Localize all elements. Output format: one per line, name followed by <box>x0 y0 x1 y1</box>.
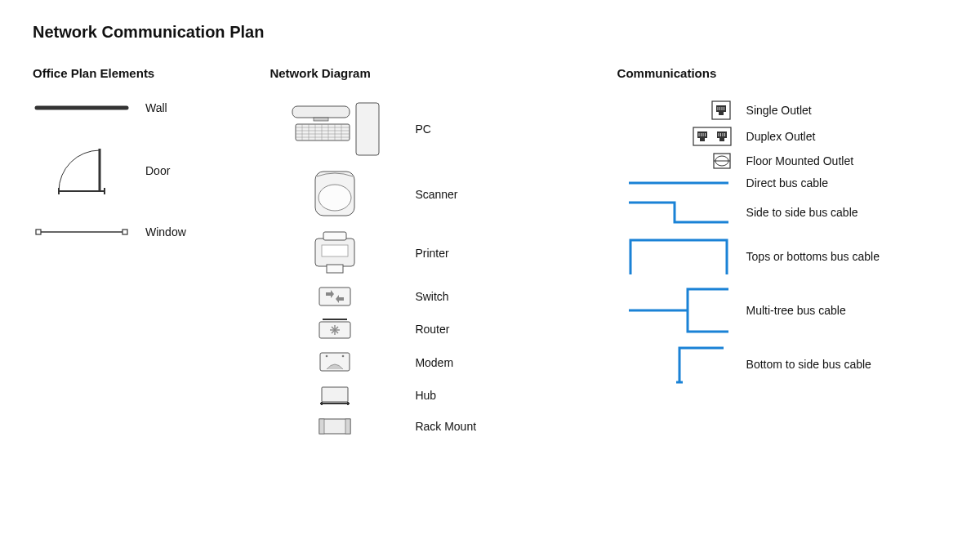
list-item: Door <box>33 144 237 198</box>
list-item: Floor Mounted Outlet <box>617 152 947 170</box>
list-item: Rack Mount <box>270 417 584 436</box>
list-item: Side to side bus cable <box>617 196 947 229</box>
svg-point-37 <box>326 355 328 358</box>
list-item: Single Outlet <box>617 100 947 121</box>
office-title: Office Plan Elements <box>33 66 237 80</box>
item-label: Hub <box>415 389 436 402</box>
item-label: Printer <box>415 247 448 260</box>
item-label: Single Outlet <box>746 104 812 117</box>
hub-icon <box>270 384 400 407</box>
rack-mount-icon <box>270 417 400 436</box>
svg-rect-26 <box>323 232 346 240</box>
list-item: Modem <box>270 351 584 374</box>
svg-rect-6 <box>36 230 41 234</box>
item-label: Rack Mount <box>415 420 476 433</box>
wall-icon <box>33 100 131 116</box>
item-label: Window <box>145 225 186 239</box>
office-column: Office Plan Elements Wall <box>33 66 237 266</box>
floor-outlet-icon <box>617 152 732 170</box>
item-label: Bottom to side bus cable <box>746 358 871 371</box>
bottom-side-cable-icon <box>617 341 732 387</box>
item-label: Duplex Outlet <box>746 130 816 143</box>
list-item: Switch <box>270 286 584 307</box>
modem-icon <box>270 351 400 374</box>
side-cable-icon <box>617 196 732 229</box>
item-label: Wall <box>145 101 167 114</box>
scanner-icon <box>270 168 400 221</box>
duplex-outlet-icon <box>617 126 732 147</box>
item-label: Direct bus cable <box>746 176 828 189</box>
single-outlet-icon <box>617 100 732 121</box>
list-item: Duplex Outlet <box>617 126 947 147</box>
list-item: Direct bus cable <box>617 175 947 191</box>
item-label: Tops or bottoms bus cable <box>746 250 880 263</box>
item-label: PC <box>415 123 430 136</box>
comm-column: Communications Single Outlet <box>617 66 947 392</box>
svg-rect-44 <box>319 419 324 434</box>
svg-point-24 <box>318 185 351 211</box>
item-label: Modem <box>415 356 453 369</box>
svg-point-38 <box>342 355 345 358</box>
item-label: Switch <box>415 290 448 303</box>
printer-icon <box>270 230 400 276</box>
list-item: Bottom to side bus cable <box>617 341 947 387</box>
list-item: Window <box>33 225 237 239</box>
switch-icon <box>270 286 400 307</box>
door-icon <box>33 144 131 198</box>
item-label: Multi-tree bus cable <box>746 304 846 317</box>
router-icon <box>270 317 400 341</box>
list-item: Router <box>270 317 584 341</box>
list-item: Hub <box>270 384 584 407</box>
network-column: Network Diagram <box>270 66 584 446</box>
page-title: Network Communication Plan <box>33 23 947 42</box>
svg-rect-28 <box>322 245 348 256</box>
tops-bottoms-cable-icon <box>617 234 732 279</box>
item-label: Floor Mounted Outlet <box>746 154 854 167</box>
list-item: Scanner <box>270 168 584 221</box>
svg-rect-27 <box>327 265 343 273</box>
columns: Office Plan Elements Wall <box>33 66 947 446</box>
window-icon <box>33 226 131 238</box>
list-item: PC <box>270 100 584 158</box>
list-item: Multi-tree bus cable <box>617 284 947 337</box>
svg-rect-7 <box>122 230 127 234</box>
comm-title: Communications <box>617 66 947 80</box>
direct-cable-icon <box>617 175 732 191</box>
item-label: Router <box>415 323 449 336</box>
svg-rect-10 <box>314 118 328 121</box>
item-label: Scanner <box>415 188 457 201</box>
list-item: Wall <box>33 100 237 116</box>
svg-rect-29 <box>319 288 350 305</box>
svg-rect-9 <box>292 106 350 118</box>
network-title: Network Diagram <box>270 66 584 80</box>
item-label: Door <box>145 164 170 177</box>
page: Network Communication Plan Office Plan E… <box>0 0 980 469</box>
multi-tree-cable-icon <box>617 284 732 337</box>
list-item: Printer <box>270 230 584 276</box>
svg-rect-45 <box>345 419 350 434</box>
list-item: Tops or bottoms bus cable <box>617 234 947 279</box>
pc-icon <box>270 100 400 158</box>
item-label: Side to side bus cable <box>746 206 858 219</box>
svg-rect-8 <box>356 103 379 155</box>
svg-rect-39 <box>322 387 348 402</box>
